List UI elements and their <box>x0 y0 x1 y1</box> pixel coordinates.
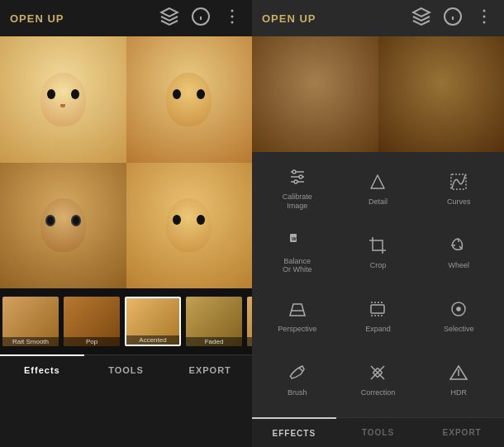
tool-detail[interactable]: Detail <box>340 159 417 219</box>
thumbnail-faded[interactable]: Faded <box>186 297 242 346</box>
selective-label: Selective <box>444 325 474 334</box>
tab-effects[interactable]: Effects <box>0 354 84 384</box>
svg-point-4 <box>231 9 234 12</box>
hdr-icon <box>449 363 468 386</box>
tab-tools-right[interactable]: TOOLS <box>336 417 421 447</box>
svg-point-12 <box>483 15 486 17</box>
left-header: OPEN UP <box>0 0 252 36</box>
right-panel: OPEN UP <box>252 0 504 447</box>
wheel-icon <box>449 235 468 259</box>
thumbnail-pop[interactable]: Pop <box>64 297 120 346</box>
svg-point-30 <box>457 307 460 311</box>
svg-marker-7 <box>413 8 430 17</box>
perspective-icon <box>288 299 307 322</box>
brush-icon <box>288 363 307 386</box>
correction-icon <box>368 363 388 386</box>
thumb-label-2: Accented <box>126 335 179 345</box>
thumbnail-rait-smooth[interactable]: Rait Smooth <box>2 297 59 346</box>
left-header-icons <box>159 7 242 31</box>
wheel-label: Wheel <box>448 261 469 270</box>
tool-wheel[interactable]: Wheel <box>420 222 497 283</box>
tab-effects-right[interactable]: EFFECTS <box>252 417 336 447</box>
thumb-label-1: Pop <box>64 337 120 346</box>
right-image-preview <box>252 36 504 152</box>
right-header: OPEN UP <box>252 0 504 36</box>
left-bottom-tabs: Effects TOOLS EXPORT <box>0 354 252 384</box>
right-bottom-tabs: EFFECTS TOOLS EXPORT <box>252 417 504 447</box>
right-header-icons <box>411 7 494 31</box>
crop-label: Crop <box>370 261 387 270</box>
thumbnail-accented[interactable]: Accented <box>125 297 181 346</box>
hdr-label: HDR <box>450 388 467 397</box>
svg-point-13 <box>483 21 486 23</box>
left-panel: OPEN UP <box>0 0 252 447</box>
tool-expand[interactable]: Expand <box>340 287 417 347</box>
tab-tools-left[interactable]: TOOLS <box>84 354 169 384</box>
selective-icon <box>449 299 468 322</box>
svg-point-6 <box>231 21 234 23</box>
app-title-left: OPEN UP <box>10 12 64 25</box>
thumbnail-strip: Rait Smooth Pop Accented Faded Glow M <box>0 288 252 354</box>
tool-white-balance[interactable]: WB BalanceOr White <box>259 222 336 283</box>
crop-icon <box>368 235 388 259</box>
svg-point-5 <box>231 15 234 17</box>
layers-icon-left[interactable] <box>159 7 179 31</box>
curves-label: Curves <box>447 197 471 207</box>
more-icon-left[interactable] <box>222 7 242 31</box>
detail-icon <box>368 172 388 195</box>
thumb-label-3: Faded <box>186 337 242 346</box>
thumb-label-0: Rait Smooth <box>2 337 59 346</box>
svg-text:WB: WB <box>292 236 301 241</box>
svg-point-18 <box>299 175 302 178</box>
tab-export-left[interactable]: EXPORT <box>168 354 252 384</box>
more-icon-right[interactable] <box>474 7 494 31</box>
tool-selective[interactable]: Selective <box>420 287 497 347</box>
svg-marker-24 <box>290 304 305 316</box>
expand-label: Expand <box>365 325 391 334</box>
calibrate-label: CalibrateImage <box>283 193 312 211</box>
layers-icon-right[interactable] <box>411 7 431 31</box>
svg-point-17 <box>292 170 296 174</box>
svg-point-19 <box>294 180 297 183</box>
svg-marker-20 <box>371 175 384 188</box>
white-balance-icon: WB <box>288 231 307 254</box>
info-icon-right[interactable] <box>443 7 463 31</box>
tool-perspective[interactable]: Perspective <box>259 287 336 347</box>
info-icon-left[interactable] <box>191 7 211 31</box>
white-balance-label: BalanceOr White <box>283 257 312 275</box>
app-title-right: OPEN UP <box>262 12 316 25</box>
tab-export-right[interactable]: EXPORT <box>420 417 504 447</box>
calibrate-icon <box>288 167 307 190</box>
curves-icon <box>449 172 468 195</box>
svg-point-11 <box>483 9 486 12</box>
brush-label: Brush <box>288 388 307 397</box>
thumbnail-glow[interactable]: Glow <box>247 297 252 346</box>
tool-correction[interactable]: Correction <box>340 350 417 411</box>
svg-rect-26 <box>371 305 384 313</box>
tool-hdr[interactable]: HDR <box>420 350 497 411</box>
perspective-label: Perspective <box>278 325 316 334</box>
svg-marker-0 <box>161 8 178 17</box>
detail-label: Detail <box>368 197 388 207</box>
tools-grid: CalibrateImage Detail Curves <box>252 152 504 417</box>
tool-crop[interactable]: Crop <box>340 222 417 283</box>
correction-label: Correction <box>361 388 396 397</box>
thumb-label-4: Glow <box>247 337 252 346</box>
tool-curves[interactable]: Curves <box>420 159 497 219</box>
tool-brush[interactable]: Brush <box>259 350 336 411</box>
expand-icon <box>368 299 388 322</box>
tool-calibrate[interactable]: CalibrateImage <box>259 159 336 219</box>
main-image <box>0 36 252 288</box>
